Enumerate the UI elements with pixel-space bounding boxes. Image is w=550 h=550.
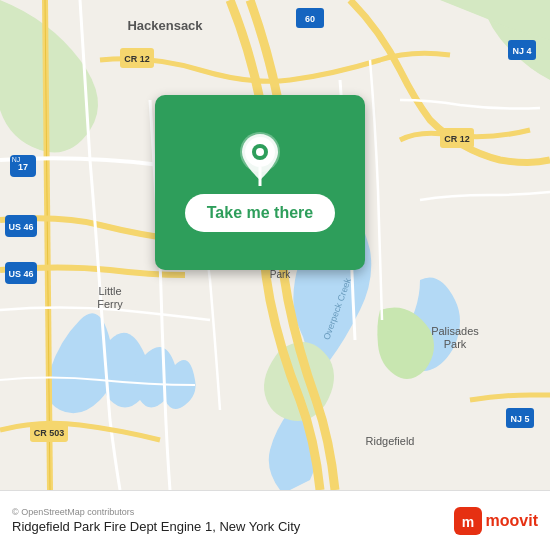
svg-text:NJ: NJ xyxy=(12,156,21,163)
pin-icon xyxy=(235,134,285,184)
svg-text:Little: Little xyxy=(98,285,121,297)
svg-text:Ferry: Ferry xyxy=(97,298,123,310)
svg-text:CR 12: CR 12 xyxy=(444,134,470,144)
svg-text:Hackensack: Hackensack xyxy=(127,18,203,33)
bottom-info: © OpenStreetMap contributors Ridgefield … xyxy=(12,507,454,534)
location-name: Ridgefield Park Fire Dept Engine 1, New … xyxy=(12,519,454,534)
moovit-logo: m moovit xyxy=(454,507,538,535)
svg-text:NJ 4: NJ 4 xyxy=(512,46,531,56)
svg-text:Park: Park xyxy=(444,338,467,350)
svg-text:Palisades: Palisades xyxy=(431,325,479,337)
svg-text:CR 12: CR 12 xyxy=(124,54,150,64)
svg-text:CR 503: CR 503 xyxy=(34,428,65,438)
location-card: Take me there xyxy=(155,95,365,270)
svg-text:Ridgefield: Ridgefield xyxy=(366,435,415,447)
svg-text:m: m xyxy=(461,514,473,530)
svg-point-34 xyxy=(256,148,264,156)
map-area: 17 NJ US 46 US 46 CR 12 CR 12 60 NJ 4 CR… xyxy=(0,0,550,490)
moovit-icon: m xyxy=(454,507,482,535)
svg-text:US 46: US 46 xyxy=(8,222,33,232)
svg-text:17: 17 xyxy=(18,162,28,172)
svg-text:NJ 5: NJ 5 xyxy=(510,414,529,424)
svg-text:60: 60 xyxy=(305,14,315,24)
svg-text:US 46: US 46 xyxy=(8,269,33,279)
svg-text:Park: Park xyxy=(270,269,292,280)
take-me-there-button[interactable]: Take me there xyxy=(185,194,335,232)
osm-attribution: © OpenStreetMap contributors xyxy=(12,507,454,517)
bottom-bar: © OpenStreetMap contributors Ridgefield … xyxy=(0,490,550,550)
moovit-label: moovit xyxy=(486,512,538,530)
